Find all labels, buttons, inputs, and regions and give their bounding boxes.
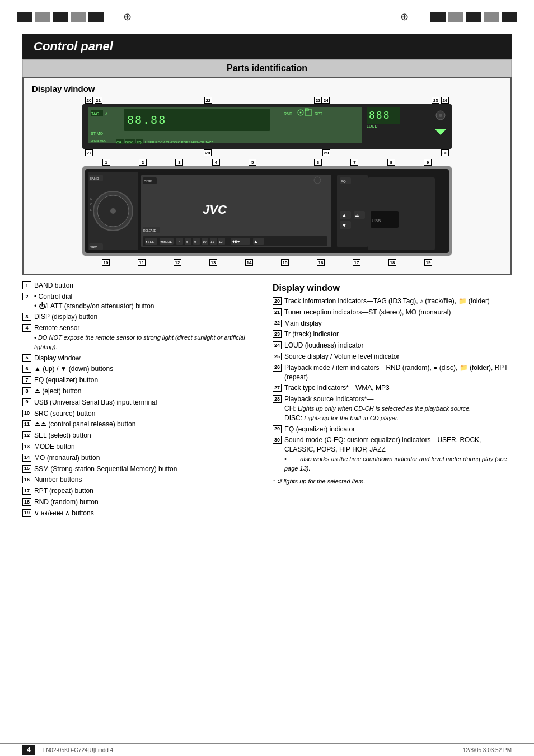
diagram-wrapper: 20 21 22 2324 25 26 TAG ♪ 88.88 (82, 97, 452, 156)
top-number-labels: 20 21 22 2324 25 26 (82, 97, 452, 104)
item-text: MODE button (34, 442, 261, 452)
lbl-4: 4 (212, 159, 220, 166)
svg-text:RELEASE: RELEASE (143, 229, 157, 232)
item-text: ⏏⏏ (control panel release) button (34, 420, 261, 429)
item-number: 18 (22, 498, 31, 506)
page-title: Control panel (22, 34, 512, 59)
list-item: 26 Playback mode / item indicators—RND (… (273, 363, 512, 382)
svg-text:⏮⏭: ⏮⏭ (232, 239, 241, 244)
svg-text:CH: CH (116, 140, 121, 144)
marks-left: ⊕ (17, 11, 132, 23)
item-number: 24 (273, 341, 282, 349)
item-text: ▲ (up) / ▼ (down) buttons (34, 364, 261, 374)
item-number: 9 (22, 398, 31, 406)
lbl-17: 17 (353, 259, 360, 266)
svg-text:⏏: ⏏ (355, 213, 359, 218)
list-item: 10 SRC (source) button (22, 409, 261, 419)
list-item: 13 MODE button (22, 442, 261, 452)
mark-bar-1 (17, 12, 32, 22)
item-number: 25 (273, 353, 282, 360)
list-item: 29 EQ (equalizer) indicator (273, 425, 512, 434)
item-number: 14 (22, 454, 31, 462)
item-text: ⏏ (eject) button (34, 387, 261, 396)
svg-point-26 (439, 114, 442, 117)
item-text: MO (monaural) button (34, 453, 261, 463)
item-number: 30 (273, 436, 282, 444)
item-number: 2 (22, 293, 31, 300)
svg-point-18 (300, 112, 302, 114)
item-text: Tr (track) indicator (284, 330, 512, 339)
list-item: 27 Track type indicators*—WMA, MP3 (273, 383, 512, 393)
list-item: 21 Tuner reception indicators—ST (stereo… (273, 308, 512, 317)
lbl-11: 11 (138, 259, 146, 266)
item-number: 15 (22, 465, 31, 473)
label-20: 20 21 (85, 97, 102, 104)
lbl-19: 19 (424, 259, 432, 266)
lbl-7: 7 (350, 159, 358, 166)
svg-text:♪: ♪ (105, 110, 107, 116)
svg-text:●MODE: ●MODE (160, 240, 172, 243)
list-item: 2 • Control dial • ⏻/I ATT (standby/on a… (22, 292, 261, 311)
panel-bottom-labels: 10 11 12 13 14 15 16 17 18 19 (82, 259, 452, 266)
svg-text:●SEL: ●SEL (146, 240, 154, 243)
item-number: 16 (22, 476, 31, 483)
footer-timestamp: 12/8/05 3:03:52 PM (463, 747, 512, 753)
label-29: 29 (322, 149, 330, 156)
list-item: 7 EQ (equalizer) button (22, 375, 261, 385)
item-text: Main display (284, 319, 512, 328)
list-item-footnote: * ↺ lights up for the selected item. (273, 477, 512, 486)
list-item: 6 ▲ (up) / ▼ (down) buttons (22, 364, 261, 374)
reg-cross-right: ⊕ (400, 11, 409, 23)
list-item: 18 RND (random) button (22, 497, 261, 507)
control-panel-body-svg: BAND SRC S C L JVC DISP ●SEL (82, 166, 452, 259)
svg-text:L: L (90, 208, 92, 212)
footnote-text: * ↺ lights up for the selected item. (273, 477, 512, 486)
subtitle-text: Parts identification (227, 63, 307, 73)
label-25-26: 25 26 (432, 97, 449, 104)
list-item: 17 RPT (repeat) button (22, 486, 261, 496)
right-column: Display window 20 Track information indi… (273, 281, 512, 520)
title-text: Control panel (34, 39, 113, 53)
lbl-16: 16 (317, 259, 325, 266)
item-number: 1 (22, 281, 31, 289)
item-number: 26 (273, 364, 282, 372)
list-item: 15 SSM (Strong-station Sequential Memory… (22, 464, 261, 474)
item-number: 19 (22, 509, 31, 517)
lbl-3: 3 (175, 159, 183, 166)
footer: 4 EN02-05KD-G724[U]f.indd 4 12/8/05 3:03… (0, 743, 534, 756)
lbl-13: 13 (209, 259, 217, 266)
registration-marks: ⊕ ⊕ (0, 0, 534, 34)
left-item-list: 1 BAND button 2 • Control dial • ⏻/I ATT… (22, 281, 261, 518)
control-panel-diagram: 1 2 3 4 5 6 7 8 9 (82, 159, 452, 266)
item-number: 7 (22, 376, 31, 384)
display-window-section-header: Display window (273, 283, 512, 293)
lbl-2: 2 (139, 159, 147, 166)
item-number: 23 (273, 330, 282, 338)
svg-text:SRC: SRC (90, 246, 97, 249)
lbl-14: 14 (245, 259, 253, 266)
item-text: Tuner reception indicators—ST (stereo), … (284, 308, 512, 317)
item-number: 21 (273, 308, 282, 316)
item-number: 20 (273, 297, 282, 305)
panel-top-labels: 1 2 3 4 5 6 7 8 9 (82, 159, 452, 166)
item-text: RPT (repeat) button (34, 486, 261, 496)
svg-text:C: C (90, 203, 92, 206)
svg-text:RND: RND (284, 112, 292, 116)
list-item: 25 Source display / Volume level indicat… (273, 352, 512, 361)
item-number: 22 (273, 320, 282, 327)
svg-text:BAND: BAND (90, 177, 99, 180)
mark-bar-4 (71, 12, 86, 22)
list-item: 30 Sound mode (C-EQ: custom equalizer) i… (273, 435, 512, 473)
lbl-12: 12 (174, 259, 181, 266)
parts-identification-header: Parts identification (22, 59, 512, 77)
list-item: 24 LOUD (loudness) indicator (273, 341, 512, 350)
list-item: 28 Playback source indicators*— CH: Ligh… (273, 395, 512, 422)
svg-text:DISC: DISC (125, 140, 134, 144)
item-number: 11 (22, 420, 31, 428)
item-number: 27 (273, 384, 282, 392)
display-panel-svg: TAG ♪ 88.88 ST MO WMA MP3 CH DISC EQ USE… (82, 104, 452, 149)
svg-text:EQ: EQ (341, 180, 346, 183)
item-text: Remote sensor • DO NOT expose the remote… (34, 323, 261, 351)
item-text: Track type indicators*—WMA, MP3 (284, 383, 512, 393)
item-text: Track information indicators—TAG (ID3 Ta… (284, 297, 512, 306)
